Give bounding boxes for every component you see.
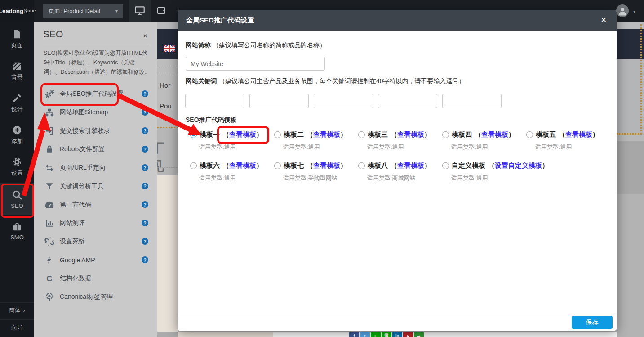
rail-item-background[interactable]: 背景 [0,55,34,87]
help-icon[interactable]: ? [142,238,148,245]
user-avatar[interactable] [616,4,629,17]
keyword-input-5[interactable] [442,94,502,108]
menu-item-dead-links[interactable]: 设置死链 ? [34,232,157,251]
help-icon[interactable]: ? [142,109,148,116]
set-custom-template-link[interactable]: 设置自定义模板 [495,162,542,169]
facebook-icon[interactable]: f [349,332,359,337]
template-option-2[interactable]: 模板二（查看模板） [274,130,347,139]
template-option-8[interactable]: 模板八（查看模板） [358,162,431,170]
tablet-preview-button[interactable] [151,0,172,22]
desktop-preview-button[interactable] [129,0,151,22]
site-name-input[interactable] [186,57,325,71]
funnel-icon [44,181,55,191]
menu-item-global-seo-code[interactable]: 全局SEO推广代码设置 ? [34,85,157,103]
view-template-link[interactable]: 查看模板 [313,162,340,169]
view-template-link[interactable]: 查看模板 [565,130,592,138]
menu-item-third-party-code[interactable]: 第三方代码 ? [34,195,157,214]
avatar-chevron-down-icon[interactable]: ▾ [633,9,635,14]
save-button[interactable]: 保存 [572,316,613,329]
twitter-icon[interactable]: t [360,332,370,337]
app-logo: LeadongSHOP [0,0,34,22]
page-selector-dropdown[interactable]: 页面: Product Detail ▾ [43,4,123,18]
template-option-5[interactable]: 模板五（查看模板） [526,130,599,139]
menu-item-canonical-tags[interactable]: Canonical标签管理 ? [34,288,157,306]
menu-item-sitemap[interactable]: 网站地图Sitemap ? [34,103,157,121]
view-template-link[interactable]: 查看模板 [481,130,508,138]
close-icon[interactable]: ✕ [601,16,607,24]
radio-button[interactable] [442,162,449,169]
menu-item-google-amp[interactable]: Google AMP ? [34,251,157,269]
radio-button[interactable] [274,162,281,169]
template-option-6[interactable]: 模板六（查看模板） [190,162,263,170]
panel-close-icon[interactable]: ✕ [143,33,147,39]
menu-item-keyword-analysis[interactable]: 关键词分析工具 ? [34,177,157,195]
keyword-input-4[interactable] [378,94,437,108]
help-icon[interactable]: ? [142,146,148,153]
tablet-icon [156,5,167,16]
menu-item-url-redirect[interactable]: 页面/URL重定向 ? [34,158,157,177]
radio-button[interactable] [274,131,281,138]
help-icon[interactable]: ? [142,201,148,208]
menu-item-site-review[interactable]: 网站测评 ? [34,214,157,232]
language-switcher[interactable]: 简体› [0,302,34,318]
rail-item-add[interactable]: 添加 [0,119,34,151]
design-tools-icon [12,93,22,103]
help-icon[interactable]: ? [142,164,148,171]
panel-title: SEO [43,29,63,40]
radio-button[interactable] [526,131,533,138]
gauge-icon [44,200,55,210]
template-option-1[interactable]: 模板一（查看模板） [190,130,263,139]
view-template-link[interactable]: 查看模板 [397,162,424,169]
template-option-4[interactable]: 模板四（查看模板） [442,130,515,139]
line-icon[interactable]: L [371,332,381,337]
gears-icon [44,89,55,99]
chevron-right-icon: › [23,307,25,314]
menu-item-robots-config[interactable]: Robots文件配置 ? [34,140,157,158]
rail-item-settings[interactable]: 设置 [0,151,34,183]
seo-code-settings-dialog: 全局SEO推广代码设置 ✕ 网站简称 （建议填写公司名称的简称或品牌名称） 网站… [178,10,617,331]
template-type-label: 适用类型:通用 [367,143,404,151]
bg-nav-fragment: Hor [160,81,170,89]
bg-nav-fragment: Pou [160,102,172,110]
template-option-3[interactable]: 模板三（查看模板） [358,130,431,139]
help-icon[interactable]: ? [142,256,148,263]
template-option-7[interactable]: 模板七（查看模板） [274,162,347,170]
pinterest-icon[interactable]: P [403,332,413,337]
keyword-input-3[interactable] [314,94,373,108]
rail-item-pages[interactable]: 页面 [0,23,34,55]
help-icon[interactable]: ? [142,220,148,226]
rail-item-design[interactable]: 设计 [0,87,34,119]
wizard-button[interactable]: 向导 [0,319,34,335]
radio-button[interactable] [358,162,365,169]
view-template-link[interactable]: 查看模板 [313,130,340,138]
view-template-link[interactable]: 查看模板 [229,162,256,169]
template-type-label: 适用类型:通用 [283,143,320,151]
wechat-icon[interactable]: 微 [382,332,391,337]
template-type-label: 适用类型:通用 [199,174,236,182]
view-template-link[interactable]: 查看模板 [229,130,256,138]
radio-button[interactable] [358,131,365,138]
canonical-icon [44,292,55,302]
help-icon[interactable]: ? [142,183,148,189]
share-icon[interactable]: ➦ [414,332,424,337]
radio-button[interactable] [442,131,449,138]
help-icon[interactable]: ? [142,127,148,134]
menu-item-submit-search-engine[interactable]: 提交搜索引擎收录 ? [34,121,157,140]
menu-item-structured-data[interactable]: G 结构化数据 ? [34,269,157,288]
keyword-input-2[interactable] [249,94,309,108]
selection-outline-dotted [640,24,642,134]
radio-button[interactable] [190,131,197,138]
template-type-label: 适用类型:通用 [451,143,488,151]
rail-item-smo[interactable]: SMO [0,215,34,247]
radio-button[interactable] [190,162,197,169]
screen: Hor Pou 丁见 f t L 微 in P ➦ LeadongSHOP [0,0,644,337]
bg-product-image [157,175,178,332]
seo-panel: SEO ✕ SEO(搜索引擎优化)设置为您开放HTML代码中Title（标题）、… [34,22,157,337]
linkedin-icon[interactable]: in [392,332,402,337]
keyword-input-1[interactable] [185,94,244,108]
bar-chart-icon [44,218,55,228]
rail-item-seo[interactable]: SEO [0,183,34,215]
template-option-custom[interactable]: 自定义模板（设置自定义模板） [442,162,549,170]
view-template-link[interactable]: 查看模板 [397,130,424,138]
help-icon[interactable]: ? [142,90,148,97]
